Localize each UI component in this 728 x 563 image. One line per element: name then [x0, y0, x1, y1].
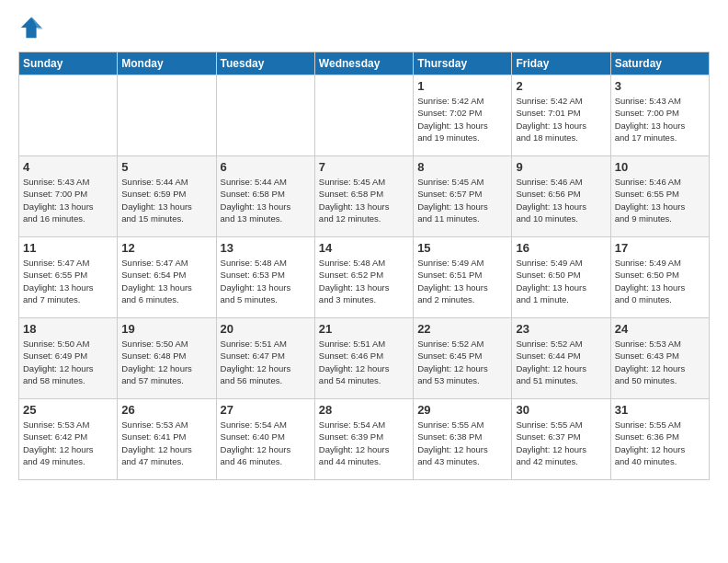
- day-cell: 2Sunrise: 5:42 AM Sunset: 7:01 PM Daylig…: [512, 75, 610, 156]
- day-cell: 5Sunrise: 5:44 AM Sunset: 6:59 PM Daylig…: [118, 156, 216, 237]
- day-info: Sunrise: 5:49 AM Sunset: 6:51 PM Dayligh…: [417, 257, 507, 305]
- day-info: Sunrise: 5:54 AM Sunset: 6:39 PM Dayligh…: [319, 419, 409, 467]
- day-info: Sunrise: 5:54 AM Sunset: 6:40 PM Dayligh…: [221, 419, 311, 467]
- header-cell-saturday: Saturday: [610, 52, 709, 75]
- day-cell: 21Sunrise: 5:51 AM Sunset: 6:46 PM Dayli…: [314, 318, 413, 399]
- day-cell: 4Sunrise: 5:43 AM Sunset: 7:00 PM Daylig…: [19, 156, 118, 237]
- day-info: Sunrise: 5:42 AM Sunset: 7:02 PM Dayligh…: [417, 95, 507, 144]
- day-cell: 30Sunrise: 5:55 AM Sunset: 6:37 PM Dayli…: [512, 399, 610, 480]
- day-info: Sunrise: 5:47 AM Sunset: 6:54 PM Dayligh…: [121, 257, 211, 305]
- day-info: Sunrise: 5:53 AM Sunset: 6:41 PM Dayligh…: [121, 419, 211, 467]
- day-number: 16: [516, 241, 606, 255]
- day-number: 29: [417, 403, 507, 417]
- day-number: 23: [516, 322, 606, 336]
- day-number: 31: [615, 403, 705, 417]
- day-cell: [314, 75, 413, 156]
- day-info: Sunrise: 5:44 AM Sunset: 6:58 PM Dayligh…: [221, 176, 311, 224]
- week-row-2: 4Sunrise: 5:43 AM Sunset: 7:00 PM Daylig…: [19, 156, 710, 237]
- day-number: 6: [221, 160, 311, 174]
- day-number: 30: [516, 403, 606, 417]
- day-number: 27: [221, 403, 311, 417]
- day-cell: 20Sunrise: 5:51 AM Sunset: 6:47 PM Dayli…: [216, 318, 314, 399]
- day-cell: 7Sunrise: 5:45 AM Sunset: 6:58 PM Daylig…: [314, 156, 413, 237]
- header-row: SundayMondayTuesdayWednesdayThursdayFrid…: [19, 52, 710, 75]
- header: [18, 15, 710, 40]
- day-number: 2: [516, 79, 606, 93]
- day-number: 12: [121, 241, 211, 255]
- day-number: 1: [417, 79, 507, 93]
- day-cell: 15Sunrise: 5:49 AM Sunset: 6:51 PM Dayli…: [414, 237, 512, 318]
- day-cell: 6Sunrise: 5:44 AM Sunset: 6:58 PM Daylig…: [216, 156, 314, 237]
- day-info: Sunrise: 5:53 AM Sunset: 6:42 PM Dayligh…: [23, 419, 113, 467]
- day-number: 13: [221, 241, 311, 255]
- day-number: 15: [417, 241, 507, 255]
- page: SundayMondayTuesdayWednesdayThursdayFrid…: [0, 0, 728, 495]
- day-cell: 10Sunrise: 5:46 AM Sunset: 6:55 PM Dayli…: [610, 156, 709, 237]
- day-cell: 16Sunrise: 5:49 AM Sunset: 6:50 PM Dayli…: [512, 237, 610, 318]
- header-cell-sunday: Sunday: [19, 52, 118, 75]
- day-cell: 17Sunrise: 5:49 AM Sunset: 6:50 PM Dayli…: [610, 237, 709, 318]
- week-row-1: 1Sunrise: 5:42 AM Sunset: 7:02 PM Daylig…: [19, 75, 710, 156]
- day-number: 10: [615, 160, 705, 174]
- day-info: Sunrise: 5:48 AM Sunset: 6:52 PM Dayligh…: [319, 257, 409, 305]
- day-number: 11: [23, 241, 113, 255]
- day-number: 18: [23, 322, 113, 336]
- day-info: Sunrise: 5:53 AM Sunset: 6:43 PM Dayligh…: [615, 338, 705, 386]
- day-cell: [19, 75, 118, 156]
- day-cell: 13Sunrise: 5:48 AM Sunset: 6:53 PM Dayli…: [216, 237, 314, 318]
- day-info: Sunrise: 5:43 AM Sunset: 7:00 PM Dayligh…: [615, 95, 705, 144]
- day-number: 3: [615, 79, 705, 93]
- day-cell: 12Sunrise: 5:47 AM Sunset: 6:54 PM Dayli…: [118, 237, 216, 318]
- day-info: Sunrise: 5:51 AM Sunset: 6:47 PM Dayligh…: [221, 338, 311, 386]
- header-cell-monday: Monday: [118, 52, 216, 75]
- calendar-table: SundayMondayTuesdayWednesdayThursdayFrid…: [18, 52, 710, 480]
- day-cell: 11Sunrise: 5:47 AM Sunset: 6:55 PM Dayli…: [19, 237, 118, 318]
- header-cell-tuesday: Tuesday: [216, 52, 314, 75]
- day-number: 26: [121, 403, 211, 417]
- day-info: Sunrise: 5:52 AM Sunset: 6:45 PM Dayligh…: [417, 338, 507, 386]
- day-cell: 24Sunrise: 5:53 AM Sunset: 6:43 PM Dayli…: [610, 318, 709, 399]
- header-cell-thursday: Thursday: [414, 52, 512, 75]
- day-number: 8: [417, 160, 507, 174]
- day-info: Sunrise: 5:44 AM Sunset: 6:59 PM Dayligh…: [121, 176, 211, 224]
- day-info: Sunrise: 5:46 AM Sunset: 6:55 PM Dayligh…: [615, 176, 705, 224]
- day-number: 21: [319, 322, 409, 336]
- week-row-5: 25Sunrise: 5:53 AM Sunset: 6:42 PM Dayli…: [19, 399, 710, 480]
- day-info: Sunrise: 5:45 AM Sunset: 6:58 PM Dayligh…: [319, 176, 409, 224]
- day-number: 22: [417, 322, 507, 336]
- day-cell: 26Sunrise: 5:53 AM Sunset: 6:41 PM Dayli…: [118, 399, 216, 480]
- day-cell: 3Sunrise: 5:43 AM Sunset: 7:00 PM Daylig…: [610, 75, 709, 156]
- logo-icon: [18, 15, 44, 40]
- day-info: Sunrise: 5:43 AM Sunset: 7:00 PM Dayligh…: [23, 176, 113, 224]
- logo: [18, 15, 48, 40]
- day-number: 17: [615, 241, 705, 255]
- day-info: Sunrise: 5:42 AM Sunset: 7:01 PM Dayligh…: [516, 95, 606, 144]
- day-number: 25: [23, 403, 113, 417]
- day-info: Sunrise: 5:48 AM Sunset: 6:53 PM Dayligh…: [221, 257, 311, 305]
- day-number: 7: [319, 160, 409, 174]
- day-info: Sunrise: 5:55 AM Sunset: 6:38 PM Dayligh…: [417, 419, 507, 467]
- day-cell: 18Sunrise: 5:50 AM Sunset: 6:49 PM Dayli…: [19, 318, 118, 399]
- day-cell: 1Sunrise: 5:42 AM Sunset: 7:02 PM Daylig…: [414, 75, 512, 156]
- day-cell: 29Sunrise: 5:55 AM Sunset: 6:38 PM Dayli…: [414, 399, 512, 480]
- week-row-4: 18Sunrise: 5:50 AM Sunset: 6:49 PM Dayli…: [19, 318, 710, 399]
- day-number: 20: [221, 322, 311, 336]
- day-number: 28: [319, 403, 409, 417]
- day-number: 4: [23, 160, 113, 174]
- day-info: Sunrise: 5:45 AM Sunset: 6:57 PM Dayligh…: [417, 176, 507, 224]
- day-number: 9: [516, 160, 606, 174]
- header-cell-wednesday: Wednesday: [314, 52, 413, 75]
- day-number: 5: [121, 160, 211, 174]
- day-info: Sunrise: 5:49 AM Sunset: 6:50 PM Dayligh…: [516, 257, 606, 305]
- day-cell: 8Sunrise: 5:45 AM Sunset: 6:57 PM Daylig…: [414, 156, 512, 237]
- day-info: Sunrise: 5:52 AM Sunset: 6:44 PM Dayligh…: [516, 338, 606, 386]
- day-number: 24: [615, 322, 705, 336]
- day-cell: 25Sunrise: 5:53 AM Sunset: 6:42 PM Dayli…: [19, 399, 118, 480]
- day-number: 14: [319, 241, 409, 255]
- day-cell: 19Sunrise: 5:50 AM Sunset: 6:48 PM Dayli…: [118, 318, 216, 399]
- day-cell: 27Sunrise: 5:54 AM Sunset: 6:40 PM Dayli…: [216, 399, 314, 480]
- day-info: Sunrise: 5:55 AM Sunset: 6:37 PM Dayligh…: [516, 419, 606, 467]
- day-cell: 14Sunrise: 5:48 AM Sunset: 6:52 PM Dayli…: [314, 237, 413, 318]
- day-info: Sunrise: 5:50 AM Sunset: 6:49 PM Dayligh…: [23, 338, 113, 386]
- day-cell: 9Sunrise: 5:46 AM Sunset: 6:56 PM Daylig…: [512, 156, 610, 237]
